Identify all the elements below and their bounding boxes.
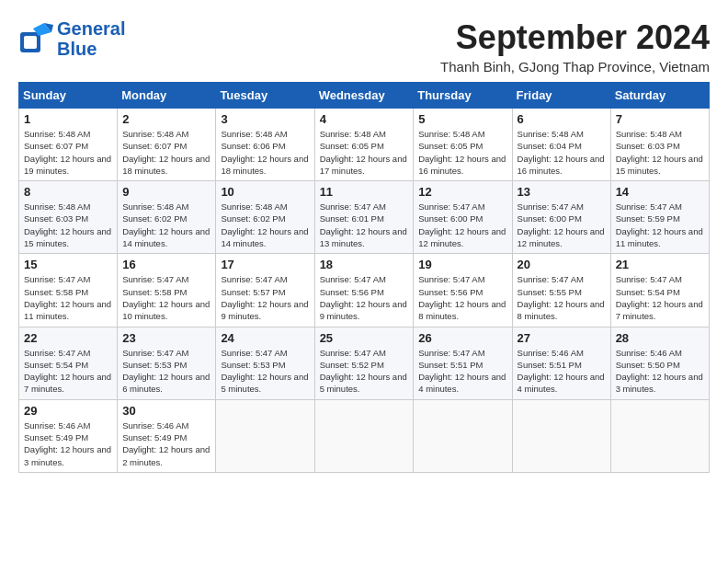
- day-number: 6: [518, 112, 606, 126]
- calendar-cell-27: 27Sunrise: 5:46 AMSunset: 5:51 PMDayligh…: [512, 327, 610, 399]
- day-info: Sunrise: 5:47 AMSunset: 5:58 PMDaylight:…: [122, 273, 210, 322]
- day-number: 30: [122, 404, 210, 418]
- empty-cell: [414, 399, 512, 472]
- day-info: Sunrise: 5:47 AMSunset: 5:58 PMDaylight:…: [24, 273, 112, 322]
- calendar-cell-10: 10Sunrise: 5:48 AMSunset: 6:02 PMDayligh…: [216, 181, 314, 254]
- empty-cell: [216, 399, 314, 472]
- day-info: Sunrise: 5:46 AMSunset: 5:51 PMDaylight:…: [518, 347, 606, 396]
- day-info: Sunrise: 5:47 AMSunset: 5:53 PMDaylight:…: [221, 347, 309, 396]
- calendar-cell-24: 24Sunrise: 5:47 AMSunset: 5:53 PMDayligh…: [216, 327, 314, 399]
- day-info: Sunrise: 5:47 AMSunset: 5:54 PMDaylight:…: [616, 273, 704, 322]
- calendar-cell-1: 1Sunrise: 5:48 AMSunset: 6:07 PMDaylight…: [19, 109, 118, 181]
- logo-line1: General: [57, 18, 125, 39]
- day-number: 12: [418, 185, 506, 199]
- day-info: Sunrise: 5:48 AMSunset: 6:05 PMDaylight:…: [418, 128, 506, 177]
- day-number: 26: [418, 331, 506, 345]
- day-number: 10: [221, 185, 309, 199]
- day-info: Sunrise: 5:48 AMSunset: 6:05 PMDaylight:…: [320, 128, 409, 177]
- day-number: 24: [221, 331, 309, 345]
- day-info: Sunrise: 5:48 AMSunset: 6:03 PMDaylight:…: [616, 128, 704, 177]
- logo-line2: Blue: [57, 39, 125, 59]
- day-info: Sunrise: 5:47 AMSunset: 5:57 PMDaylight:…: [221, 273, 309, 322]
- empty-cell: [314, 399, 414, 472]
- empty-cell: [610, 399, 709, 472]
- calendar-cell-13: 13Sunrise: 5:47 AMSunset: 6:00 PMDayligh…: [512, 181, 610, 254]
- day-number: 14: [616, 185, 704, 199]
- calendar-cell-12: 12Sunrise: 5:47 AMSunset: 6:00 PMDayligh…: [414, 181, 512, 254]
- day-number: 29: [24, 404, 112, 418]
- day-info: Sunrise: 5:48 AMSunset: 6:07 PMDaylight:…: [24, 128, 112, 177]
- calendar-cell-28: 28Sunrise: 5:46 AMSunset: 5:50 PMDayligh…: [610, 327, 709, 399]
- day-number: 2: [122, 112, 210, 126]
- weekday-header-thursday: Thursday: [414, 83, 512, 109]
- day-number: 19: [418, 258, 506, 271]
- day-info: Sunrise: 5:47 AMSunset: 6:00 PMDaylight:…: [518, 201, 606, 249]
- day-number: 7: [616, 112, 704, 126]
- day-number: 27: [518, 331, 606, 345]
- weekday-header-monday: Monday: [118, 83, 216, 109]
- calendar-cell-5: 5Sunrise: 5:48 AMSunset: 6:05 PMDaylight…: [414, 109, 512, 181]
- day-number: 13: [518, 185, 606, 199]
- calendar-cell-22: 22Sunrise: 5:47 AMSunset: 5:54 PMDayligh…: [19, 327, 118, 399]
- day-number: 16: [122, 258, 210, 271]
- day-info: Sunrise: 5:46 AMSunset: 5:49 PMDaylight:…: [24, 419, 112, 468]
- weekday-header-sunday: Sunday: [19, 83, 118, 109]
- day-number: 25: [320, 331, 409, 345]
- calendar-cell-30: 30Sunrise: 5:46 AMSunset: 5:49 PMDayligh…: [118, 399, 216, 472]
- calendar-cell-25: 25Sunrise: 5:47 AMSunset: 5:52 PMDayligh…: [314, 327, 414, 399]
- day-info: Sunrise: 5:47 AMSunset: 6:00 PMDaylight:…: [418, 201, 506, 249]
- day-info: Sunrise: 5:47 AMSunset: 5:52 PMDaylight:…: [320, 347, 409, 396]
- day-info: Sunrise: 5:47 AMSunset: 6:01 PMDaylight:…: [320, 201, 409, 249]
- day-number: 17: [221, 258, 309, 271]
- weekday-header-tuesday: Tuesday: [216, 83, 314, 109]
- day-number: 8: [24, 185, 112, 199]
- day-info: Sunrise: 5:47 AMSunset: 5:51 PMDaylight:…: [418, 347, 506, 396]
- day-number: 5: [418, 112, 506, 126]
- calendar-cell-29: 29Sunrise: 5:46 AMSunset: 5:49 PMDayligh…: [19, 399, 118, 472]
- location-title: Thanh Binh, GJong Thap Province, Vietnam: [440, 59, 710, 75]
- day-info: Sunrise: 5:47 AMSunset: 5:55 PMDaylight:…: [518, 273, 606, 322]
- calendar-cell-9: 9Sunrise: 5:48 AMSunset: 6:02 PMDaylight…: [118, 181, 216, 254]
- calendar-cell-4: 4Sunrise: 5:48 AMSunset: 6:05 PMDaylight…: [314, 109, 414, 181]
- day-number: 28: [616, 331, 704, 345]
- calendar-cell-11: 11Sunrise: 5:47 AMSunset: 6:01 PMDayligh…: [314, 181, 414, 254]
- day-number: 15: [24, 258, 112, 271]
- day-info: Sunrise: 5:47 AMSunset: 5:54 PMDaylight:…: [24, 347, 112, 396]
- weekday-header-wednesday: Wednesday: [314, 83, 414, 109]
- day-number: 22: [24, 331, 112, 345]
- day-info: Sunrise: 5:46 AMSunset: 5:50 PMDaylight:…: [616, 347, 704, 396]
- calendar-cell-23: 23Sunrise: 5:47 AMSunset: 5:53 PMDayligh…: [118, 327, 216, 399]
- day-number: 18: [320, 258, 409, 271]
- day-number: 1: [24, 112, 112, 126]
- day-info: Sunrise: 5:48 AMSunset: 6:03 PMDaylight:…: [24, 201, 112, 249]
- empty-cell: [512, 399, 610, 472]
- calendar-cell-2: 2Sunrise: 5:48 AMSunset: 6:07 PMDaylight…: [118, 109, 216, 181]
- day-number: 3: [221, 112, 309, 126]
- calendar-cell-6: 6Sunrise: 5:48 AMSunset: 6:04 PMDaylight…: [512, 109, 610, 181]
- day-number: 20: [518, 258, 606, 271]
- day-number: 23: [122, 331, 210, 345]
- day-info: Sunrise: 5:48 AMSunset: 6:02 PMDaylight:…: [122, 201, 210, 249]
- day-info: Sunrise: 5:48 AMSunset: 6:04 PMDaylight:…: [518, 128, 606, 177]
- calendar-cell-18: 18Sunrise: 5:47 AMSunset: 5:56 PMDayligh…: [314, 254, 414, 327]
- day-info: Sunrise: 5:47 AMSunset: 5:59 PMDaylight:…: [616, 201, 704, 249]
- day-info: Sunrise: 5:46 AMSunset: 5:49 PMDaylight:…: [122, 419, 210, 468]
- day-info: Sunrise: 5:48 AMSunset: 6:06 PMDaylight:…: [221, 128, 309, 177]
- calendar-cell-21: 21Sunrise: 5:47 AMSunset: 5:54 PMDayligh…: [610, 254, 709, 327]
- day-number: 9: [122, 185, 210, 199]
- day-info: Sunrise: 5:47 AMSunset: 5:56 PMDaylight:…: [418, 273, 506, 322]
- month-title: September 2024: [440, 18, 710, 57]
- day-info: Sunrise: 5:48 AMSunset: 6:02 PMDaylight:…: [221, 201, 309, 249]
- calendar-cell-3: 3Sunrise: 5:48 AMSunset: 6:06 PMDaylight…: [216, 109, 314, 181]
- calendar-cell-14: 14Sunrise: 5:47 AMSunset: 5:59 PMDayligh…: [610, 181, 709, 254]
- calendar-cell-15: 15Sunrise: 5:47 AMSunset: 5:58 PMDayligh…: [19, 254, 118, 327]
- calendar-cell-7: 7Sunrise: 5:48 AMSunset: 6:03 PMDaylight…: [610, 109, 709, 181]
- calendar-cell-26: 26Sunrise: 5:47 AMSunset: 5:51 PMDayligh…: [414, 327, 512, 399]
- calendar-cell-17: 17Sunrise: 5:47 AMSunset: 5:57 PMDayligh…: [216, 254, 314, 327]
- day-info: Sunrise: 5:48 AMSunset: 6:07 PMDaylight:…: [122, 128, 210, 177]
- calendar-cell-19: 19Sunrise: 5:47 AMSunset: 5:56 PMDayligh…: [414, 254, 512, 327]
- calendar: SundayMondayTuesdayWednesdayThursdayFrid…: [18, 82, 710, 473]
- calendar-cell-8: 8Sunrise: 5:48 AMSunset: 6:03 PMDaylight…: [19, 181, 118, 254]
- day-info: Sunrise: 5:47 AMSunset: 5:56 PMDaylight:…: [320, 273, 409, 322]
- calendar-cell-20: 20Sunrise: 5:47 AMSunset: 5:55 PMDayligh…: [512, 254, 610, 327]
